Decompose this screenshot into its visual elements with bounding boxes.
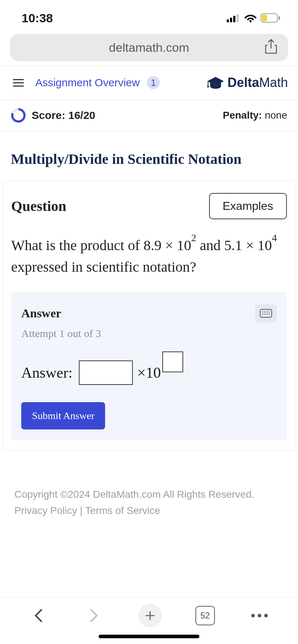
keyboard-button[interactable] [255, 304, 277, 322]
answer-input-row: Answer: ×10 [21, 360, 277, 385]
logo-text: DeltaMath [227, 75, 288, 90]
examples-button[interactable]: Examples [209, 193, 287, 219]
svg-point-4 [249, 20, 252, 22]
svg-point-17 [265, 314, 266, 315]
answer-label: Answer [21, 307, 61, 320]
dots-icon [251, 614, 255, 617]
attempt-text: Attempt 1 out of 3 [21, 327, 277, 340]
svg-point-15 [269, 312, 270, 313]
question-heading: Question [11, 198, 66, 215]
graduation-cap-icon [207, 76, 225, 89]
hamburger-icon[interactable] [13, 79, 24, 87]
url-bar[interactable]: deltamath.com [10, 34, 288, 61]
battery-icon [261, 13, 281, 23]
forward-button[interactable] [83, 605, 105, 626]
share-icon[interactable] [264, 39, 278, 56]
new-tab-button[interactable] [139, 604, 162, 627]
assignment-overview-link[interactable]: Assignment Overview [35, 77, 140, 89]
chevron-right-icon [89, 608, 99, 623]
svg-point-12 [262, 312, 263, 313]
svg-rect-6 [262, 15, 267, 21]
svg-rect-2 [233, 16, 235, 22]
overview-count-badge: 1 [147, 76, 160, 89]
svg-rect-1 [230, 18, 232, 22]
privacy-policy-link[interactable]: Privacy Policy [14, 505, 77, 516]
more-button[interactable] [249, 605, 270, 626]
footer: Copyright ©2024 DeltaMath.com All Rights… [0, 451, 298, 526]
svg-rect-11 [260, 309, 272, 317]
app-header: Assignment Overview 1 DeltaMath [0, 65, 298, 100]
times-ten-label: ×10 [137, 364, 161, 381]
back-button[interactable] [28, 605, 49, 626]
topic-title: Multiply/Divide in Scientific Notation [0, 131, 298, 180]
terms-link[interactable]: Terms of Service [85, 505, 161, 516]
svg-point-16 [262, 314, 263, 315]
keyboard-icon [260, 309, 272, 318]
url-bar-wrap: deltamath.com [0, 32, 298, 65]
penalty-text: Penalty: none [223, 110, 287, 121]
coefficient-input[interactable] [79, 360, 133, 385]
status-bar: 10:38 [0, 0, 298, 32]
question-text: What is the product of 8.9 × 102 and 5.1… [11, 234, 287, 278]
svg-point-18 [267, 314, 268, 315]
logo[interactable]: DeltaMath [207, 75, 288, 90]
status-icons [227, 13, 281, 23]
chevron-left-icon [33, 608, 44, 623]
svg-point-8 [207, 86, 209, 88]
submit-answer-button[interactable]: Submit Answer [21, 402, 105, 429]
copyright-text: Copyright ©2024 DeltaMath.com All Rights… [14, 487, 284, 503]
score-row: Score: 16/20 Penalty: none [0, 100, 298, 131]
exponent-input[interactable] [162, 351, 183, 372]
answer-prefix: Answer: [21, 364, 72, 381]
svg-rect-0 [227, 19, 229, 22]
svg-rect-7 [279, 16, 280, 20]
question-header: Question Examples [11, 193, 287, 219]
question-card: Question Examples What is the product of… [3, 180, 295, 451]
svg-point-19 [269, 314, 270, 315]
wifi-icon [244, 13, 257, 23]
home-indicator[interactable] [99, 635, 199, 638]
url-text: deltamath.com [109, 41, 189, 55]
svg-rect-3 [236, 14, 239, 22]
cellular-icon [227, 14, 240, 22]
svg-point-14 [267, 312, 268, 313]
score-progress-icon [11, 108, 26, 123]
answer-box: Answer Attempt 1 out of 3 Answer: ×10 Su… [11, 292, 287, 440]
status-time: 10:38 [22, 11, 53, 25]
svg-point-13 [265, 312, 266, 313]
plus-icon [145, 610, 155, 621]
tabs-button[interactable]: 52 [195, 606, 215, 625]
score-text: Score: 16/20 [32, 109, 95, 121]
